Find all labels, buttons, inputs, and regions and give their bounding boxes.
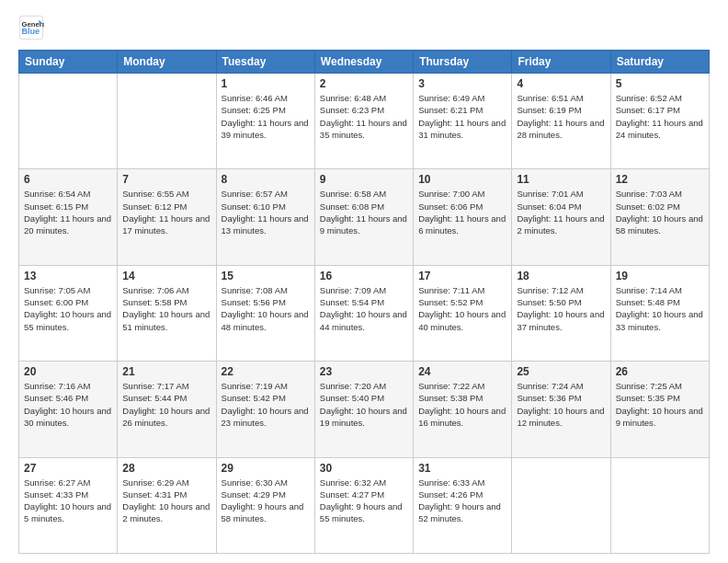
calendar-day-cell: 4Sunrise: 6:51 AMSunset: 6:19 PMDaylight… <box>512 74 610 169</box>
day-info: Sunrise: 6:57 AMSunset: 6:10 PMDaylight:… <box>222 188 310 236</box>
day-number: 25 <box>517 365 605 378</box>
day-info: Sunrise: 7:16 AMSunset: 5:46 PMDaylight:… <box>24 380 112 429</box>
calendar-day-cell: 30Sunrise: 6:32 AMSunset: 4:27 PMDayligh… <box>314 457 413 553</box>
day-number: 13 <box>24 270 112 282</box>
calendar-day-cell: 1Sunrise: 6:46 AMSunset: 6:25 PMDaylight… <box>216 74 314 169</box>
calendar-week-row: 13Sunrise: 7:05 AMSunset: 6:00 PMDayligh… <box>19 265 710 361</box>
day-number: 4 <box>517 77 605 90</box>
day-info: Sunrise: 7:03 AMSunset: 6:02 PMDaylight:… <box>616 188 704 236</box>
day-number: 16 <box>320 270 408 282</box>
day-info: Sunrise: 6:52 AMSunset: 6:17 PMDaylight:… <box>616 92 704 141</box>
calendar-day-cell: 15Sunrise: 7:08 AMSunset: 5:56 PMDayligh… <box>216 265 314 361</box>
page: General Blue SundayMondayTuesdayWednesda… <box>0 0 728 563</box>
calendar-day-cell: 8Sunrise: 6:57 AMSunset: 6:10 PMDaylight… <box>216 169 314 265</box>
day-info: Sunrise: 6:33 AMSunset: 4:26 PMDaylight:… <box>418 477 506 525</box>
calendar-day-cell: 12Sunrise: 7:03 AMSunset: 6:02 PMDayligh… <box>610 169 709 265</box>
calendar-day-cell: 7Sunrise: 6:55 AMSunset: 6:12 PMDaylight… <box>118 169 216 265</box>
day-info: Sunrise: 7:11 AMSunset: 5:52 PMDaylight:… <box>418 284 506 333</box>
calendar-day-header: Sunday <box>19 51 118 74</box>
day-info: Sunrise: 7:08 AMSunset: 5:56 PMDaylight:… <box>222 284 310 333</box>
day-info: Sunrise: 7:25 AMSunset: 5:35 PMDaylight:… <box>616 380 704 429</box>
calendar-day-cell: 18Sunrise: 7:12 AMSunset: 5:50 PMDayligh… <box>512 265 610 361</box>
calendar-day-cell: 13Sunrise: 7:05 AMSunset: 6:00 PMDayligh… <box>19 265 118 361</box>
calendar-day-header: Saturday <box>610 51 709 74</box>
day-number: 11 <box>517 173 605 186</box>
calendar-day-cell: 27Sunrise: 6:27 AMSunset: 4:33 PMDayligh… <box>19 457 118 553</box>
day-number: 9 <box>320 173 408 186</box>
day-info: Sunrise: 7:06 AMSunset: 5:58 PMDaylight:… <box>122 284 210 333</box>
day-info: Sunrise: 7:20 AMSunset: 5:40 PMDaylight:… <box>320 380 408 429</box>
calendar-day-cell <box>19 74 118 169</box>
day-info: Sunrise: 6:27 AMSunset: 4:33 PMDaylight:… <box>24 477 112 525</box>
logo-icon: General Blue <box>18 15 44 40</box>
day-number: 19 <box>616 270 704 282</box>
calendar-day-cell: 3Sunrise: 6:49 AMSunset: 6:21 PMDaylight… <box>414 74 512 169</box>
logo: General Blue <box>18 15 48 40</box>
day-number: 29 <box>222 462 310 475</box>
calendar-day-cell: 20Sunrise: 7:16 AMSunset: 5:46 PMDayligh… <box>19 362 118 457</box>
day-number: 20 <box>24 365 112 378</box>
calendar-day-cell <box>610 457 709 553</box>
day-info: Sunrise: 6:58 AMSunset: 6:08 PMDaylight:… <box>320 188 408 236</box>
day-info: Sunrise: 6:29 AMSunset: 4:31 PMDaylight:… <box>122 477 210 525</box>
day-info: Sunrise: 7:22 AMSunset: 5:38 PMDaylight:… <box>418 380 506 429</box>
day-number: 22 <box>222 365 310 378</box>
calendar-day-cell: 16Sunrise: 7:09 AMSunset: 5:54 PMDayligh… <box>314 265 413 361</box>
calendar-day-cell: 14Sunrise: 7:06 AMSunset: 5:58 PMDayligh… <box>118 265 216 361</box>
header: General Blue <box>18 15 710 40</box>
day-number: 30 <box>320 462 408 475</box>
day-number: 31 <box>418 462 506 475</box>
day-info: Sunrise: 7:01 AMSunset: 6:04 PMDaylight:… <box>517 188 605 236</box>
day-info: Sunrise: 6:55 AMSunset: 6:12 PMDaylight:… <box>122 188 210 236</box>
day-info: Sunrise: 6:32 AMSunset: 4:27 PMDaylight:… <box>320 477 408 525</box>
day-number: 23 <box>320 365 408 378</box>
day-number: 28 <box>122 462 210 475</box>
day-number: 3 <box>418 77 506 90</box>
calendar-week-row: 20Sunrise: 7:16 AMSunset: 5:46 PMDayligh… <box>19 362 710 457</box>
day-info: Sunrise: 7:05 AMSunset: 6:00 PMDaylight:… <box>24 284 112 333</box>
calendar-week-row: 27Sunrise: 6:27 AMSunset: 4:33 PMDayligh… <box>19 457 710 553</box>
calendar-week-row: 6Sunrise: 6:54 AMSunset: 6:15 PMDaylight… <box>19 169 710 265</box>
calendar-day-header: Monday <box>118 51 216 74</box>
calendar-day-header: Tuesday <box>216 51 314 74</box>
calendar-header-row: SundayMondayTuesdayWednesdayThursdayFrid… <box>19 51 710 74</box>
day-info: Sunrise: 7:14 AMSunset: 5:48 PMDaylight:… <box>616 284 704 333</box>
calendar-day-cell <box>512 457 610 553</box>
day-number: 15 <box>222 270 310 282</box>
calendar-day-cell: 23Sunrise: 7:20 AMSunset: 5:40 PMDayligh… <box>314 362 413 457</box>
calendar-week-row: 1Sunrise: 6:46 AMSunset: 6:25 PMDaylight… <box>19 74 710 169</box>
day-number: 2 <box>320 77 408 90</box>
calendar-day-header: Thursday <box>414 51 512 74</box>
calendar-day-cell: 29Sunrise: 6:30 AMSunset: 4:29 PMDayligh… <box>216 457 314 553</box>
day-number: 5 <box>616 77 704 90</box>
calendar-day-cell: 2Sunrise: 6:48 AMSunset: 6:23 PMDaylight… <box>314 74 413 169</box>
day-number: 26 <box>616 365 704 378</box>
day-info: Sunrise: 6:30 AMSunset: 4:29 PMDaylight:… <box>222 477 310 525</box>
day-info: Sunrise: 7:17 AMSunset: 5:44 PMDaylight:… <box>122 380 210 429</box>
calendar-day-header: Friday <box>512 51 610 74</box>
day-number: 10 <box>418 173 506 186</box>
day-info: Sunrise: 6:46 AMSunset: 6:25 PMDaylight:… <box>222 92 310 141</box>
day-info: Sunrise: 7:19 AMSunset: 5:42 PMDaylight:… <box>222 380 310 429</box>
calendar-day-cell <box>118 74 216 169</box>
day-info: Sunrise: 6:49 AMSunset: 6:21 PMDaylight:… <box>418 92 506 141</box>
day-info: Sunrise: 7:09 AMSunset: 5:54 PMDaylight:… <box>320 284 408 333</box>
day-info: Sunrise: 6:51 AMSunset: 6:19 PMDaylight:… <box>517 92 605 141</box>
calendar-day-cell: 17Sunrise: 7:11 AMSunset: 5:52 PMDayligh… <box>414 265 512 361</box>
calendar-day-cell: 26Sunrise: 7:25 AMSunset: 5:35 PMDayligh… <box>610 362 709 457</box>
calendar-day-cell: 28Sunrise: 6:29 AMSunset: 4:31 PMDayligh… <box>118 457 216 553</box>
svg-text:Blue: Blue <box>22 27 40 36</box>
day-number: 6 <box>24 173 112 186</box>
day-number: 1 <box>222 77 310 90</box>
calendar-day-header: Wednesday <box>314 51 413 74</box>
day-info: Sunrise: 7:12 AMSunset: 5:50 PMDaylight:… <box>517 284 605 333</box>
calendar-day-cell: 5Sunrise: 6:52 AMSunset: 6:17 PMDaylight… <box>610 74 709 169</box>
day-number: 27 <box>24 462 112 475</box>
calendar-day-cell: 31Sunrise: 6:33 AMSunset: 4:26 PMDayligh… <box>414 457 512 553</box>
day-number: 8 <box>222 173 310 186</box>
calendar-day-cell: 9Sunrise: 6:58 AMSunset: 6:08 PMDaylight… <box>314 169 413 265</box>
day-number: 17 <box>418 270 506 282</box>
calendar-day-cell: 10Sunrise: 7:00 AMSunset: 6:06 PMDayligh… <box>414 169 512 265</box>
day-number: 21 <box>122 365 210 378</box>
calendar-day-cell: 11Sunrise: 7:01 AMSunset: 6:04 PMDayligh… <box>512 169 610 265</box>
